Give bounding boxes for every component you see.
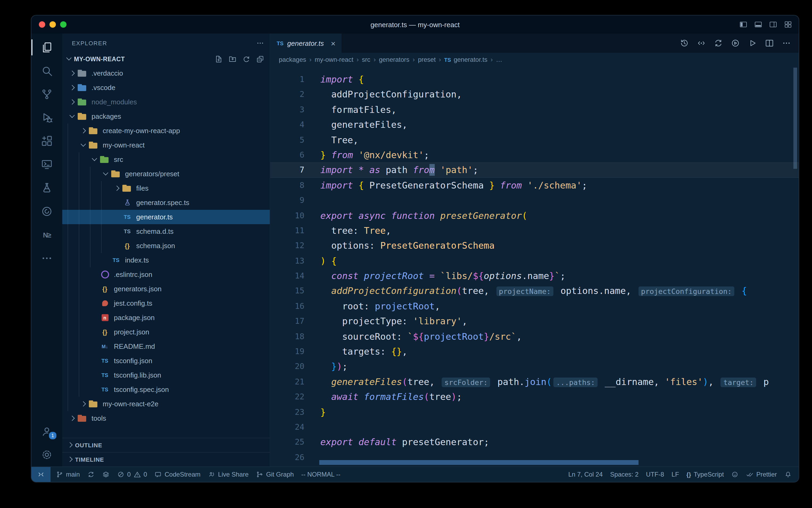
search-icon[interactable] bbox=[32, 59, 62, 83]
line-number[interactable]: 5 bbox=[270, 132, 304, 147]
tree-item-generators-json[interactable]: {}generators.json bbox=[62, 282, 270, 296]
settings-gear-icon[interactable] bbox=[32, 443, 62, 466]
new-folder-icon[interactable] bbox=[228, 55, 237, 64]
feedback[interactable] bbox=[728, 467, 743, 482]
testing-icon[interactable] bbox=[32, 176, 62, 200]
project-root-row[interactable]: MY-OWN-REACT bbox=[62, 52, 270, 66]
line-number[interactable]: 3 bbox=[270, 102, 304, 117]
tree-item-package-json[interactable]: npackage.json bbox=[62, 310, 270, 325]
line-number[interactable]: 14 bbox=[270, 268, 304, 284]
close-window-button[interactable] bbox=[39, 21, 45, 28]
tree-item-generators-preset[interactable]: generators/preset bbox=[62, 167, 270, 181]
notifications-bell[interactable] bbox=[780, 467, 796, 482]
tree-item-src[interactable]: src bbox=[62, 152, 270, 167]
tree-item-generator-ts[interactable]: TSgenerator.ts bbox=[62, 210, 270, 224]
breadcrumb-item-generators[interactable]: generators bbox=[379, 56, 410, 64]
codestream-open-icon[interactable] bbox=[697, 38, 706, 48]
tree-item-my-own-react-e2e[interactable]: my-own-react-e2e bbox=[62, 397, 270, 411]
line-number[interactable]: 15 bbox=[270, 284, 304, 299]
line-number[interactable]: 6 bbox=[270, 147, 304, 163]
layout-sidebar-right-icon[interactable] bbox=[769, 20, 777, 29]
codestream-status[interactable]: CodeStream bbox=[151, 467, 204, 482]
line-number[interactable]: 4 bbox=[270, 117, 304, 132]
tree-item-generator-spec-ts[interactable]: generator.spec.ts bbox=[62, 196, 270, 210]
line-number[interactable]: 11 bbox=[270, 223, 304, 238]
live-share[interactable]: Live Share bbox=[204, 467, 252, 482]
tree-item-schema-d-ts[interactable]: TSschema.d.ts bbox=[62, 224, 270, 239]
remote-explorer-icon[interactable] bbox=[32, 153, 62, 176]
line-number[interactable]: 25 bbox=[270, 435, 304, 450]
line-number[interactable]: 23 bbox=[270, 405, 304, 420]
tree-item-verdaccio[interactable]: .verdaccio bbox=[62, 66, 270, 80]
eol[interactable]: LF bbox=[668, 467, 683, 482]
tree-item-readme-md[interactable]: M↓README.md bbox=[62, 339, 270, 353]
stack-status[interactable] bbox=[98, 467, 113, 482]
breadcrumb-item-src[interactable]: src bbox=[362, 56, 370, 64]
tree-item-jest-config-ts[interactable]: jest.config.ts bbox=[62, 296, 270, 310]
sidebar-more-icon[interactable] bbox=[256, 39, 265, 47]
tree-item-node-modules[interactable]: node_modules bbox=[62, 95, 270, 109]
cursor-position[interactable]: Ln 7, Col 24 bbox=[565, 467, 606, 482]
explorer-icon[interactable] bbox=[32, 36, 62, 59]
line-number[interactable]: 16 bbox=[270, 299, 304, 314]
tree-item-packages[interactable]: packages bbox=[62, 109, 270, 124]
split-editor-icon[interactable] bbox=[765, 38, 774, 48]
codestream-icon[interactable] bbox=[32, 200, 62, 223]
zoom-window-button[interactable] bbox=[60, 21, 66, 28]
tree-item-vscode[interactable]: .vscode bbox=[62, 80, 270, 95]
refresh-explorer-icon[interactable] bbox=[242, 55, 251, 64]
tree-item-tsconfig-json[interactable]: TStsconfig.json bbox=[62, 353, 270, 368]
line-number[interactable]: 22 bbox=[270, 389, 304, 405]
breadcrumb-item-[interactable]: … bbox=[496, 56, 502, 64]
line-number[interactable]: 1 bbox=[270, 72, 304, 87]
prettier[interactable]: Prettier bbox=[743, 467, 780, 482]
run-debug-icon[interactable] bbox=[32, 106, 62, 129]
tree-item-create-my-own-react-app[interactable]: create-my-own-react-app bbox=[62, 124, 270, 138]
problems[interactable]: 00 bbox=[113, 467, 151, 482]
tree-item-my-own-react[interactable]: my-own-react bbox=[62, 138, 270, 152]
line-number[interactable]: 20 bbox=[270, 359, 304, 374]
source-control-icon[interactable] bbox=[32, 83, 62, 106]
git-branch[interactable]: main bbox=[52, 467, 84, 482]
line-number[interactable]: 12 bbox=[270, 238, 304, 253]
layout-panel-icon[interactable] bbox=[754, 20, 763, 29]
layout-customize-icon[interactable] bbox=[784, 20, 792, 29]
line-number[interactable]: 24 bbox=[270, 420, 304, 435]
nx-console-icon[interactable]: N≥ bbox=[32, 223, 62, 247]
tree-item-tsconfig-lib-json[interactable]: TStsconfig.lib.json bbox=[62, 368, 270, 382]
git-sync[interactable] bbox=[84, 467, 98, 482]
line-number[interactable]: 10 bbox=[270, 208, 304, 223]
git-graph[interactable]: Git Graph bbox=[252, 467, 297, 482]
vertical-scrollbar[interactable] bbox=[794, 68, 797, 169]
line-number[interactable]: 13 bbox=[270, 253, 304, 268]
remote-indicator[interactable] bbox=[32, 467, 51, 482]
breadcrumb-item-generator-ts[interactable]: TSgenerator.ts bbox=[444, 56, 487, 64]
section-timeline[interactable]: TIMELINE bbox=[62, 452, 270, 466]
new-file-icon[interactable] bbox=[214, 55, 223, 64]
more-views-icon[interactable] bbox=[32, 247, 62, 270]
line-number[interactable]: 21 bbox=[270, 374, 304, 389]
tree-item-tsconfig-spec-json[interactable]: TStsconfig.spec.json bbox=[62, 382, 270, 397]
accounts-icon[interactable]: 1 bbox=[32, 420, 62, 443]
indentation[interactable]: Spaces: 2 bbox=[606, 467, 642, 482]
collapse-folders-icon[interactable] bbox=[256, 55, 265, 64]
tree-item-index-ts[interactable]: TSindex.ts bbox=[62, 253, 270, 267]
vim-mode[interactable]: -- NORMAL -- bbox=[297, 467, 344, 482]
tree-item-eslintrc-json[interactable]: .eslintrc.json bbox=[62, 267, 270, 282]
sync-file-icon[interactable] bbox=[714, 38, 723, 48]
horizontal-scrollbar[interactable] bbox=[319, 460, 638, 465]
more-actions-icon[interactable] bbox=[782, 38, 791, 48]
line-number[interactable]: 19 bbox=[270, 344, 304, 359]
run-circle-icon[interactable] bbox=[730, 38, 740, 48]
tree-item-tools[interactable]: tools bbox=[62, 411, 270, 425]
section-outline[interactable]: OUTLINE bbox=[62, 438, 270, 452]
close-tab-icon[interactable]: × bbox=[331, 39, 335, 48]
line-number[interactable]: 8 bbox=[270, 178, 304, 193]
run-code-icon[interactable] bbox=[748, 38, 757, 48]
tree-item-project-json[interactable]: {}project.json bbox=[62, 325, 270, 339]
line-number[interactable]: 2 bbox=[270, 87, 304, 102]
line-number[interactable]: 26 bbox=[270, 450, 304, 465]
line-number[interactable]: 9 bbox=[270, 193, 304, 208]
minimize-window-button[interactable] bbox=[49, 21, 56, 28]
line-number[interactable]: 7 bbox=[270, 163, 304, 178]
